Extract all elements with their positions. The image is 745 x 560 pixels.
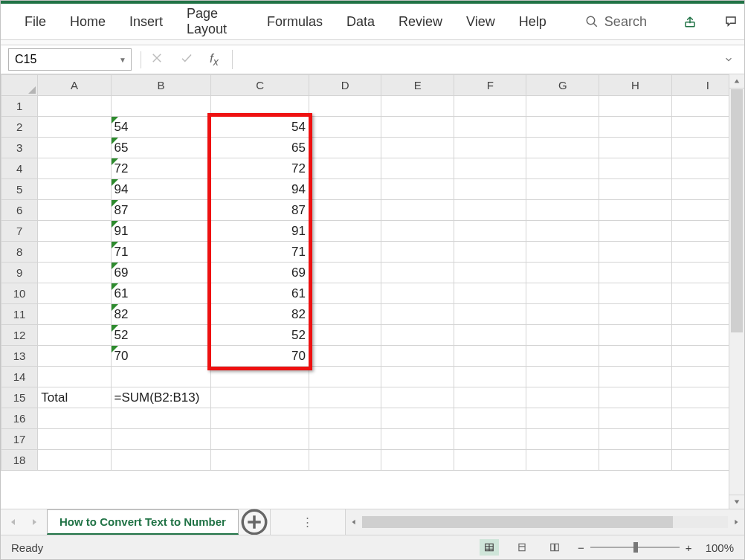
expand-formula-bar-icon[interactable] xyxy=(720,54,737,65)
cell-E17[interactable] xyxy=(381,429,454,450)
cell-F2[interactable] xyxy=(454,117,526,138)
cell-A10[interactable] xyxy=(38,283,111,304)
cells-grid[interactable]: ABCDEFGHI1254543656547272594946878779191… xyxy=(1,74,744,471)
cell-C7[interactable]: 91 xyxy=(211,221,309,242)
row-header-12[interactable]: 12 xyxy=(1,325,38,346)
cell-B16[interactable] xyxy=(111,408,211,429)
cell-B7[interactable]: 91 xyxy=(111,221,211,242)
cell-B18[interactable] xyxy=(111,450,211,471)
cell-E7[interactable] xyxy=(381,221,454,242)
cell-G5[interactable] xyxy=(526,179,599,200)
cell-A18[interactable] xyxy=(38,450,111,471)
row-header-6[interactable]: 6 xyxy=(1,200,38,221)
new-sheet-button[interactable] xyxy=(239,509,270,535)
cell-H16[interactable] xyxy=(599,408,672,429)
cell-C9[interactable]: 69 xyxy=(211,263,309,283)
row-header-14[interactable]: 14 xyxy=(1,367,38,387)
cell-A17[interactable] xyxy=(38,429,111,450)
row-header-5[interactable]: 5 xyxy=(1,179,38,200)
cell-D9[interactable] xyxy=(309,263,381,283)
cell-F7[interactable] xyxy=(454,221,526,242)
comments-button[interactable] xyxy=(720,10,741,33)
cell-E5[interactable] xyxy=(381,179,454,200)
page-layout-tab[interactable]: Page Layout xyxy=(184,1,246,42)
tab-split-handle[interactable]: ⋮ xyxy=(270,509,346,535)
cell-E9[interactable] xyxy=(381,263,454,283)
cell-C14[interactable] xyxy=(211,367,309,387)
zoom-in-icon[interactable]: + xyxy=(686,541,692,554)
cell-A8[interactable] xyxy=(38,242,111,263)
cell-F12[interactable] xyxy=(454,325,526,346)
cell-B4[interactable]: 72 xyxy=(111,158,211,179)
cell-B17[interactable] xyxy=(111,429,211,450)
cell-F15[interactable] xyxy=(454,387,526,408)
column-header-H[interactable]: H xyxy=(599,75,672,96)
cell-C18[interactable] xyxy=(211,450,309,471)
cell-A4[interactable] xyxy=(38,158,111,179)
cell-G8[interactable] xyxy=(526,242,599,263)
cell-D13[interactable] xyxy=(309,346,381,367)
cell-E15[interactable] xyxy=(381,387,454,408)
cell-A6[interactable] xyxy=(38,200,111,221)
cell-H8[interactable] xyxy=(599,242,672,263)
cell-C15[interactable] xyxy=(211,387,309,408)
cell-H11[interactable] xyxy=(599,304,672,325)
cell-H4[interactable] xyxy=(599,158,672,179)
cell-A9[interactable] xyxy=(38,263,111,283)
cell-C1[interactable] xyxy=(211,96,309,117)
cell-A12[interactable] xyxy=(38,325,111,346)
cell-D18[interactable] xyxy=(309,450,381,471)
row-header-9[interactable]: 9 xyxy=(1,263,38,283)
cell-E11[interactable] xyxy=(381,304,454,325)
cell-D6[interactable] xyxy=(309,200,381,221)
formula-bar[interactable] xyxy=(232,50,712,69)
cell-A15[interactable]: Total xyxy=(38,387,111,408)
cell-B10[interactable]: 61 xyxy=(111,283,211,304)
file-tab[interactable]: File xyxy=(22,10,49,34)
cell-A7[interactable] xyxy=(38,221,111,242)
home-tab[interactable]: Home xyxy=(67,10,109,34)
cell-F11[interactable] xyxy=(454,304,526,325)
cell-D3[interactable] xyxy=(309,138,381,158)
horizontal-scrollbar[interactable] xyxy=(346,509,744,535)
insert-function-icon[interactable]: fx xyxy=(210,51,219,68)
cell-H2[interactable] xyxy=(599,117,672,138)
cell-F5[interactable] xyxy=(454,179,526,200)
row-header-13[interactable]: 13 xyxy=(1,346,38,367)
zoom-knob[interactable] xyxy=(633,542,638,553)
cell-A14[interactable] xyxy=(38,367,111,387)
cell-H6[interactable] xyxy=(599,200,672,221)
cell-B15[interactable]: =SUM(B2:B13) xyxy=(111,387,211,408)
cell-H13[interactable] xyxy=(599,346,672,367)
cell-E12[interactable] xyxy=(381,325,454,346)
page-layout-view-button[interactable] xyxy=(512,539,532,556)
row-header-2[interactable]: 2 xyxy=(1,117,38,138)
cell-D2[interactable] xyxy=(309,117,381,138)
cell-H9[interactable] xyxy=(599,263,672,283)
column-header-C[interactable]: C xyxy=(211,75,309,96)
cell-H18[interactable] xyxy=(599,450,672,471)
cell-G4[interactable] xyxy=(526,158,599,179)
row-header-18[interactable]: 18 xyxy=(1,450,38,471)
scroll-down-icon[interactable] xyxy=(729,495,744,509)
cell-E1[interactable] xyxy=(381,96,454,117)
cell-G9[interactable] xyxy=(526,263,599,283)
cell-C10[interactable]: 61 xyxy=(211,283,309,304)
cell-E6[interactable] xyxy=(381,200,454,221)
zoom-level[interactable]: 100% xyxy=(706,541,734,554)
cell-D16[interactable] xyxy=(309,408,381,429)
cell-G10[interactable] xyxy=(526,283,599,304)
zoom-slider[interactable]: − + xyxy=(578,541,692,554)
cell-A1[interactable] xyxy=(38,96,111,117)
cell-C5[interactable]: 94 xyxy=(211,179,309,200)
cell-G12[interactable] xyxy=(526,325,599,346)
cell-G1[interactable] xyxy=(526,96,599,117)
cell-B11[interactable]: 82 xyxy=(111,304,211,325)
cell-B2[interactable]: 54 xyxy=(111,117,211,138)
name-box[interactable]: C15 ▼ xyxy=(8,48,132,71)
cell-C3[interactable]: 65 xyxy=(211,138,309,158)
help-tab[interactable]: Help xyxy=(516,10,549,34)
cell-D12[interactable] xyxy=(309,325,381,346)
cell-B6[interactable]: 87 xyxy=(111,200,211,221)
zoom-out-icon[interactable]: − xyxy=(578,541,584,554)
